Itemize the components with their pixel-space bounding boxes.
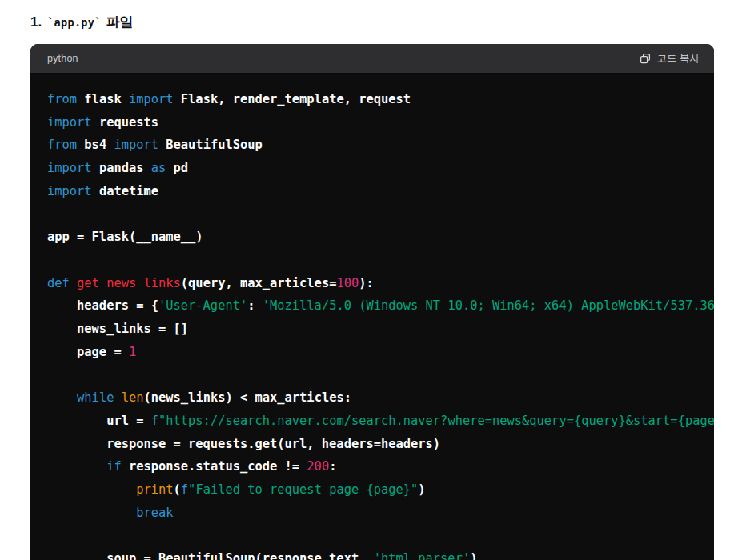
heading-inline-code: `app.py`: [47, 16, 101, 29]
code-line: soup = BeautifulSoup(response.text, 'htm…: [47, 547, 714, 560]
code-line: url = f"https://search.naver.com/search.…: [47, 410, 714, 433]
code-block: python 코드 복사 from flask import Flask, re…: [30, 44, 714, 560]
copy-code-button[interactable]: 코드 복사: [639, 52, 700, 66]
heading-number: 1.: [30, 14, 42, 30]
code-line: [47, 363, 714, 386]
code-line: import pandas as pd: [47, 157, 714, 180]
code-line: from flask import Flask, render_template…: [47, 88, 714, 111]
code-block-header: python 코드 복사: [30, 44, 714, 74]
heading-suffix: 파일: [106, 13, 134, 31]
code-line: import requests: [47, 111, 714, 134]
code-line: response = requests.get(url, headers=hea…: [47, 433, 714, 456]
copy-button-label: 코드 복사: [657, 52, 700, 66]
section-heading: 1. `app.py` 파일: [30, 13, 134, 31]
code-line: app = Flask(__name__): [47, 226, 714, 249]
copy-icon: [639, 52, 652, 65]
code-line: from bs4 import BeautifulSoup: [47, 134, 714, 157]
code-line: [47, 249, 714, 272]
code-line: import datetime: [47, 180, 714, 203]
code-line: [47, 524, 714, 547]
code-line: while len(news_links) < max_articles:: [47, 386, 714, 410]
code-line: break: [47, 502, 714, 525]
code-line: [47, 203, 714, 226]
code-line: if response.status_code != 200:: [47, 455, 714, 478]
code-line: news_links = []: [47, 318, 714, 341]
code-line: page = 1: [47, 341, 714, 364]
code-line: headers = {'User-Agent': 'Mozilla/5.0 (W…: [47, 294, 714, 318]
code-line: print(f"Failed to request page {page}"): [47, 478, 714, 502]
code-language-label: python: [47, 53, 78, 64]
code-line: def get_news_links(query, max_articles=1…: [47, 272, 714, 295]
code-root: from flask import Flask, render_template…: [47, 88, 714, 560]
code-content: from flask import Flask, render_template…: [30, 74, 714, 560]
